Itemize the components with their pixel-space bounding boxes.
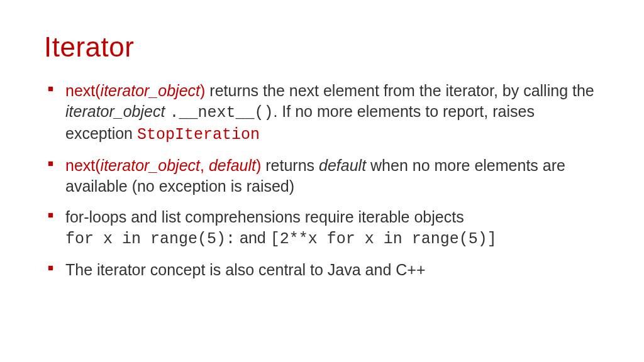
text-run: default (319, 156, 366, 174)
text-run: default (209, 156, 256, 174)
text-run: iterator_object (101, 156, 200, 174)
text-run: returns the next element from the iterat… (205, 82, 594, 99)
text-run: for-loops and list comprehensions requir… (65, 208, 464, 226)
text-run: StopIteration (137, 126, 260, 144)
text-run: iterator_object (101, 82, 200, 99)
bullet-item: next(iterator_object) returns the next e… (44, 80, 600, 145)
text-run: next( (65, 82, 101, 99)
bullet-item: for-loops and list comprehensions requir… (44, 207, 600, 250)
bullet-item: The iterator concept is also central to … (44, 260, 600, 280)
text-run: [2**x for x in range(5)] (270, 230, 497, 248)
text-run: iterator_object (65, 102, 165, 120)
slide: Iterator next(iterator_object) returns t… (0, 0, 644, 315)
text-run: .__next__() (169, 104, 273, 122)
slide-title: Iterator (44, 31, 600, 63)
text-run: and (235, 229, 270, 246)
bullet-list: next(iterator_object) returns the next e… (44, 80, 600, 280)
text-run: The iterator concept is also central to … (65, 261, 426, 278)
text-run: , (200, 156, 209, 174)
text-run: returns (261, 156, 319, 174)
text-run: for x in range(5): (65, 230, 235, 248)
bullet-item: next(iterator_object, default) returns d… (44, 155, 600, 197)
text-run: next( (65, 156, 101, 174)
